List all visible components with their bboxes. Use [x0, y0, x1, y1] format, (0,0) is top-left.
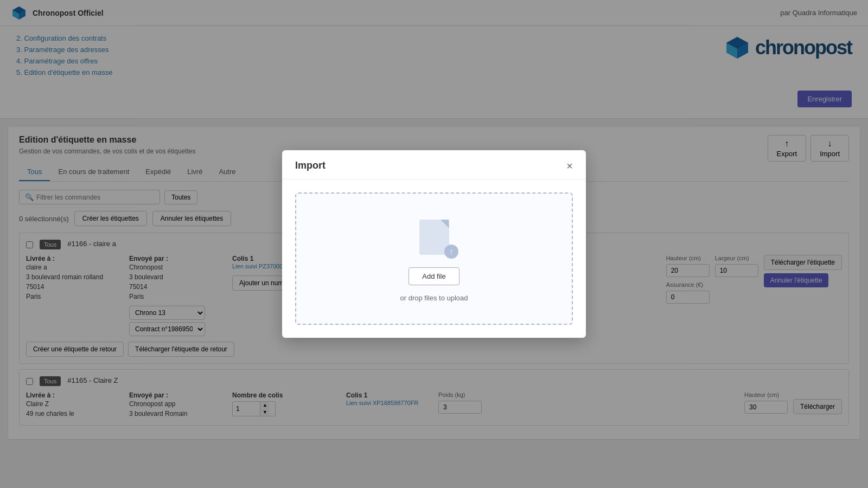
upload-arrow-icon: ↑ [444, 245, 458, 259]
drop-hint-text: or drop files to upload [400, 294, 468, 302]
modal-body: ↑ Add file or drop files to upload [282, 179, 586, 338]
drop-zone-icon: ↑ [412, 215, 456, 259]
drop-zone[interactable]: ↑ Add file or drop files to upload [295, 192, 573, 325]
modal-header: Import × [282, 150, 586, 179]
add-file-button[interactable]: Add file [409, 267, 459, 285]
modal-overlay: Import × ↑ Add file or drop files to upl… [0, 0, 868, 488]
modal-title: Import [295, 160, 326, 171]
import-modal: Import × ↑ Add file or drop files to upl… [282, 150, 586, 338]
modal-close-button[interactable]: × [566, 160, 573, 171]
